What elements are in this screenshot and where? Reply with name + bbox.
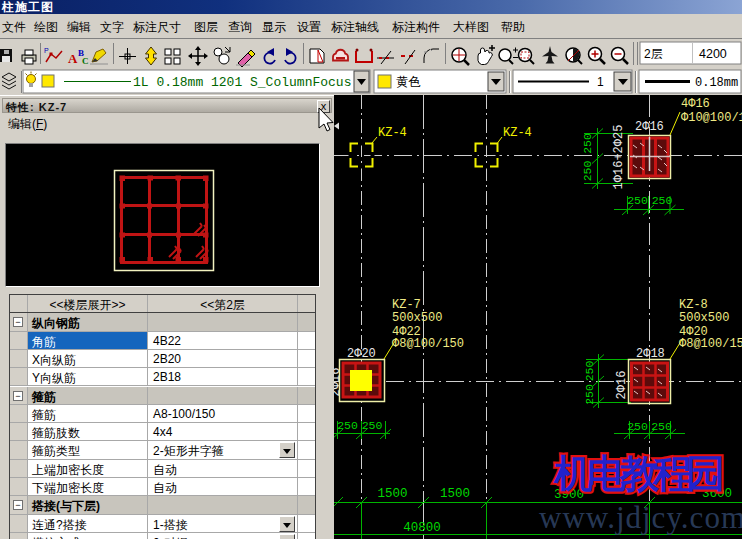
svg-text:C: C [82,56,89,66]
svg-text:机电教程园: 机电教程园 [553,452,722,495]
svg-text:Φ10@100/150: Φ10@100/150 [681,111,742,125]
svg-text:2Φ16: 2Φ16 [635,120,664,134]
svg-text:KZ-4: KZ-4 [503,126,532,140]
svg-text:4200: 4200 [699,47,727,61]
svg-text:P: P [44,47,49,54]
svg-text:黄色: 黄色 [396,75,421,89]
svg-text:2Φ16: 2Φ16 [334,368,343,397]
svg-text:Φ8@100/150: Φ8@100/150 [679,337,742,351]
svg-text:250: 250 [362,419,383,432]
svg-text:2层: 2层 [644,47,663,61]
svg-text:250: 250 [583,361,596,382]
svg-text:1500: 1500 [377,487,407,501]
svg-text:A: A [68,51,78,66]
svg-text:250: 250 [627,420,648,433]
svg-text:www.jdjcy.com: www.jdjcy.com [539,500,742,535]
svg-text:250: 250 [627,194,648,207]
svg-text:2Φ16: 2Φ16 [615,371,629,400]
svg-text:500x500: 500x500 [679,311,729,325]
svg-text:2Φ18: 2Φ18 [636,347,665,361]
svg-text:1500: 1500 [440,487,470,501]
svg-text:4Φ16: 4Φ16 [681,97,710,111]
svg-text:250: 250 [337,419,358,432]
svg-text:250: 250 [652,194,673,207]
svg-text:KZ-7: KZ-7 [392,298,421,312]
svg-text:2Φ20: 2Φ20 [347,347,376,361]
svg-text:Φ8@100/150: Φ8@100/150 [392,337,464,351]
svg-text:1L 0.18mm 1201 S_ColumnFocus: 1L 0.18mm 1201 S_ColumnFocus [133,75,351,90]
svg-text:1Φ16+2Φ25: 1Φ16+2Φ25 [612,125,626,190]
svg-text:500x500: 500x500 [392,311,442,325]
svg-text:250: 250 [583,384,596,405]
svg-text:40800: 40800 [403,521,441,535]
svg-text:250: 250 [651,420,672,433]
svg-text:KZ-4: KZ-4 [378,126,407,140]
svg-text:KZ-8: KZ-8 [679,298,708,312]
svg-text:0.18mm: 0.18mm [695,76,738,90]
svg-text:1: 1 [597,75,604,89]
svg-text:250: 250 [581,161,594,182]
svg-text:250: 250 [581,133,594,154]
